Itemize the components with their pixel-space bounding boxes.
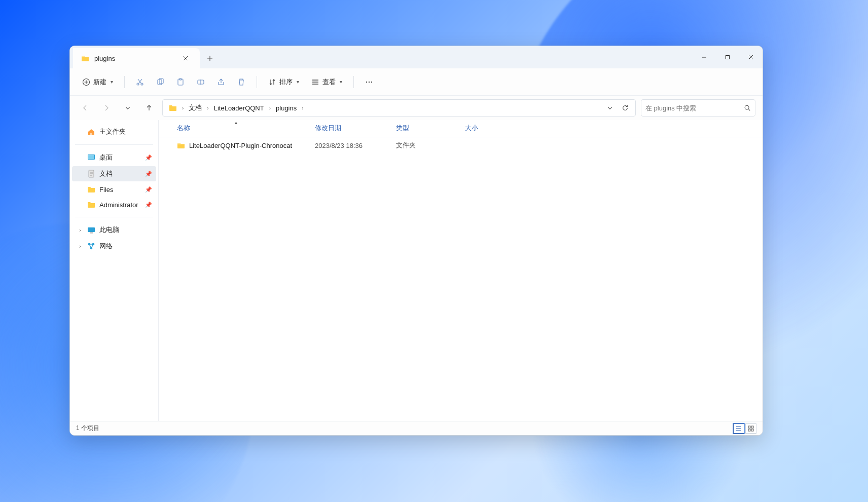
sidebar: › 主文件夹 › 桌面 📌 › 文档 📌: [70, 120, 159, 421]
sidebar-desktop[interactable]: › 桌面 📌: [72, 150, 156, 165]
paste-icon: [176, 78, 185, 86]
sidebar-item-label: 文档: [99, 169, 113, 178]
svg-rect-16: [88, 227, 95, 232]
folder-icon: [81, 54, 89, 62]
column-label: 名称: [177, 124, 190, 133]
separator: [75, 144, 153, 145]
separator: [257, 76, 257, 88]
column-header-name[interactable]: 名称: [173, 124, 311, 133]
cut-button[interactable]: [131, 73, 149, 91]
new-label: 新建: [93, 78, 106, 87]
sidebar-item-label: 桌面: [99, 153, 113, 162]
svg-point-2: [137, 83, 139, 85]
sidebar-documents[interactable]: › 文档 📌: [72, 166, 156, 181]
maximize-button[interactable]: [716, 46, 739, 68]
desktop-icon: [87, 153, 95, 162]
copy-button[interactable]: [151, 73, 169, 91]
chevron-down-icon: ▾: [340, 79, 342, 85]
chevron-right-icon[interactable]: ›: [301, 105, 304, 111]
share-button[interactable]: [212, 73, 230, 91]
refresh-button[interactable]: [618, 101, 632, 115]
pc-icon: [87, 226, 95, 234]
search-box[interactable]: [641, 99, 755, 117]
breadcrumb-documents[interactable]: 文档: [186, 101, 205, 114]
content-area: ▴ 名称 修改日期 类型 大小 LiteLoaderQQNT-Plugin-Ch…: [159, 120, 763, 421]
svg-point-3: [141, 83, 143, 85]
sidebar-files[interactable]: › Files 📌: [72, 182, 156, 197]
breadcrumb-liteloaderqqnt[interactable]: LiteLoaderQQNT: [211, 102, 267, 114]
chevron-down-icon: ▾: [111, 79, 113, 85]
new-button[interactable]: 新建 ▾: [77, 73, 118, 91]
nav-back-button[interactable]: [77, 100, 93, 116]
column-header-size[interactable]: 大小: [461, 124, 512, 133]
sidebar-thispc[interactable]: › 此电脑: [72, 222, 156, 238]
paste-button[interactable]: [171, 73, 190, 91]
body: › 主文件夹 › 桌面 📌 › 文档 📌: [70, 120, 763, 421]
view-thumbnails-button[interactable]: [745, 423, 756, 434]
rename-icon: [197, 78, 205, 86]
delete-button[interactable]: [232, 73, 250, 91]
folder-icon: [87, 185, 95, 194]
documents-icon: [87, 170, 95, 178]
more-button[interactable]: [360, 73, 378, 91]
nav-forward-button[interactable]: [98, 100, 115, 116]
sort-button[interactable]: 排序 ▾: [263, 73, 304, 91]
svg-rect-14: [88, 155, 94, 159]
file-row[interactable]: LiteLoaderQQNT-Plugin-Chronocat 2023/8/2…: [159, 137, 763, 153]
chevron-right-icon[interactable]: ›: [181, 105, 185, 111]
copy-icon: [156, 78, 164, 86]
breadcrumb-plugins[interactable]: plugins: [273, 102, 300, 114]
file-name: LiteLoaderQQNT-Plugin-Chronocat: [189, 142, 292, 149]
svg-rect-23: [748, 429, 750, 431]
breadcrumb-root[interactable]: [166, 102, 180, 114]
tab-title: plugins: [94, 55, 173, 62]
svg-rect-24: [751, 429, 753, 431]
sidebar-admin[interactable]: › Administrator 📌: [72, 198, 156, 212]
svg-rect-17: [90, 233, 93, 234]
expander-icon[interactable]: ›: [77, 244, 83, 249]
cell-type: 文件夹: [392, 141, 461, 150]
separator: [124, 76, 125, 88]
expander-icon[interactable]: ›: [77, 227, 83, 233]
column-header-date[interactable]: 修改日期: [311, 124, 392, 133]
nav-up-button[interactable]: [141, 100, 157, 116]
svg-rect-0: [726, 56, 730, 59]
column-header-type[interactable]: 类型: [392, 124, 461, 133]
breadcrumb[interactable]: › 文档 › LiteLoaderQQNT › plugins ›: [162, 99, 636, 117]
breadcrumb-dropdown[interactable]: [603, 101, 617, 115]
folder-icon: [177, 141, 185, 149]
tab-plugins[interactable]: plugins: [73, 48, 200, 68]
minimize-button[interactable]: [693, 46, 716, 68]
svg-point-9: [366, 81, 367, 82]
new-tab-button[interactable]: [200, 48, 220, 68]
folder-icon: [169, 104, 177, 112]
toolbar: 新建 ▾: [70, 68, 763, 96]
separator: [353, 76, 354, 88]
share-icon: [217, 78, 225, 86]
column-label: 类型: [396, 124, 409, 133]
view-button[interactable]: 查看 ▾: [306, 73, 347, 91]
sidebar-item-label: Administrator: [99, 201, 138, 209]
sidebar-item-label: 网络: [99, 242, 113, 251]
sidebar-home[interactable]: › 主文件夹: [72, 124, 156, 139]
folder-icon: [87, 201, 95, 209]
sort-icon: [268, 78, 276, 86]
delete-icon: [237, 78, 245, 86]
svg-rect-22: [751, 426, 753, 428]
statusbar: 1 个项目: [70, 421, 763, 435]
search-input[interactable]: [645, 104, 744, 112]
window-controls: [693, 46, 763, 68]
close-button[interactable]: [739, 46, 763, 68]
tab-close-button[interactable]: [178, 51, 193, 65]
sort-indicator-icon: ▴: [235, 120, 237, 125]
view-details-button[interactable]: [733, 423, 744, 434]
rename-button[interactable]: [192, 73, 210, 91]
titlebar-drag-area[interactable]: [220, 46, 693, 68]
sidebar-network[interactable]: › 网络: [72, 239, 156, 254]
nav-recent-button[interactable]: [120, 100, 136, 116]
chevron-right-icon[interactable]: ›: [206, 105, 209, 111]
column-label: 大小: [465, 124, 478, 133]
view-icon: [311, 78, 319, 86]
sort-label: 排序: [279, 78, 293, 87]
chevron-right-icon[interactable]: ›: [268, 105, 272, 111]
